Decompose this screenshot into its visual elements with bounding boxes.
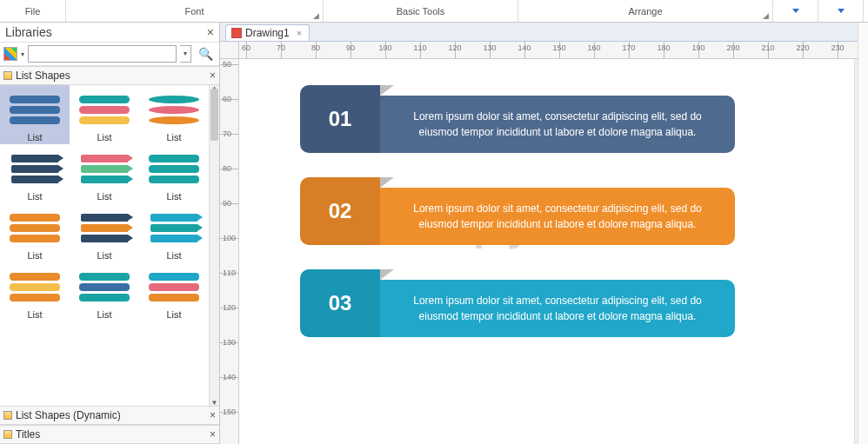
shape-thumbnail[interactable]: List [70, 203, 139, 262]
palette-icon[interactable] [3, 47, 17, 61]
shape-label: List [27, 132, 42, 142]
dialog-launcher-icon[interactable]: ◢ [313, 11, 319, 20]
document-area: Drawing1 × 60708090100110120130140150160… [220, 23, 868, 444]
close-icon[interactable]: × [207, 25, 214, 39]
libraries-header: Libraries × [0, 23, 219, 43]
right-panel-strip[interactable] [858, 23, 868, 444]
ribbon-label: Basic Tools [397, 6, 444, 17]
library-search-input[interactable] [28, 45, 177, 63]
shape-label: List [27, 250, 42, 261]
fold-shadow [380, 177, 394, 188]
category-list-shapes[interactable]: List Shapes × [0, 66, 219, 85]
list-number: 03 [300, 269, 380, 337]
canvas-list-shape[interactable]: 03Lorem ipsum dolor sit amet, consectetu… [300, 269, 735, 337]
shape-label: List [27, 309, 42, 320]
ruler-horizontal[interactable]: 6070809010011012013014015016017018019020… [239, 42, 868, 59]
list-body: Lorem ipsum dolor sit amet, consectetur … [380, 96, 735, 153]
shape-label: List [166, 132, 181, 142]
dialog-launcher-icon[interactable]: ◢ [763, 11, 769, 20]
ruler-vertical[interactable]: 5060708090100110120130140150 [220, 59, 239, 444]
shape-thumbnail[interactable]: List [0, 85, 70, 144]
shape-thumbnail[interactable]: List [70, 262, 139, 321]
chevron-down-icon [792, 9, 799, 13]
category-titles[interactable]: Titles × [0, 425, 219, 444]
category-icon [3, 430, 12, 439]
list-number: 01 [300, 85, 380, 153]
document-tab-bar: Drawing1 × [220, 23, 868, 42]
shape-label: List [166, 250, 181, 261]
document-icon [231, 28, 242, 38]
ribbon-label: File [25, 6, 41, 17]
list-number: 02 [300, 177, 380, 245]
shape-thumbnail[interactable]: List [139, 203, 209, 262]
search-dropdown[interactable]: ▾ [180, 45, 192, 63]
close-icon[interactable]: × [210, 70, 216, 82]
canvas-wrap: 6070809010011012013014015016017018019020… [220, 42, 868, 444]
shape-thumbnail[interactable]: List [0, 262, 70, 321]
canvas-list-shape[interactable]: 01Lorem ipsum dolor sit amet, consectetu… [300, 85, 735, 153]
list-body: Lorem ipsum dolor sit amet, consectetur … [380, 280, 735, 337]
library-scrollbar[interactable]: ▲ ▼ [209, 85, 219, 406]
fold-shadow [380, 85, 394, 96]
document-tab[interactable]: Drawing1 × [225, 24, 310, 41]
list-body: Lorem ipsum dolor sit amet, consectetur … [380, 188, 735, 245]
shape-thumbnail[interactable]: List [139, 85, 209, 144]
fold-shadow [380, 269, 394, 280]
category-list-shapes-dynamic[interactable]: List Shapes (Dynamic) × [0, 406, 219, 425]
ribbon-group-arrange[interactable]: Arrange◢ [518, 0, 773, 22]
category-icon [3, 411, 12, 420]
shape-label: List [97, 309, 111, 320]
shape-label: List [97, 132, 111, 142]
shape-thumbnail[interactable]: List [139, 262, 209, 321]
canvas[interactable]: Gxt网 01Lorem ipsum dolor sit amet, conse… [239, 59, 852, 444]
ribbon: File Font◢ Basic Tools Arrange◢ [0, 0, 868, 23]
category-label: List Shapes (Dynamic) [16, 409, 206, 421]
shape-label: List [27, 191, 42, 202]
shape-thumbnail[interactable]: List [0, 203, 70, 262]
shape-thumbnail[interactable]: List [0, 144, 70, 203]
close-icon[interactable]: × [210, 409, 216, 421]
category-icon [3, 71, 12, 80]
shape-label: List [166, 309, 181, 320]
ribbon-group-file[interactable]: File [0, 0, 66, 22]
shape-label: List [97, 250, 111, 261]
libraries-toolbar: ▾ ▾ 🔍 [0, 43, 219, 66]
shape-thumbnail[interactable]: List [70, 144, 139, 203]
canvas-list-shape[interactable]: 02Lorem ipsum dolor sit amet, consectetu… [300, 177, 735, 245]
ribbon-dropdown-1[interactable] [773, 0, 818, 22]
shape-thumbnail[interactable]: List [139, 144, 209, 203]
scroll-down-icon[interactable]: ▼ [210, 399, 219, 406]
ribbon-label: Arrange [628, 6, 662, 17]
ribbon-dropdown-2[interactable] [818, 0, 864, 22]
ribbon-group-font[interactable]: Font◢ [66, 0, 324, 22]
shape-label: List [166, 191, 181, 202]
category-label: List Shapes [16, 70, 206, 82]
libraries-title: Libraries [5, 25, 207, 39]
libraries-panel: Libraries × ▾ ▾ 🔍 List Shapes × ListList… [0, 23, 220, 444]
category-label: Titles [16, 428, 206, 441]
scrollbar-thumb[interactable] [210, 89, 218, 141]
ribbon-group-basic-tools[interactable]: Basic Tools [324, 0, 518, 22]
chevron-down-icon[interactable]: ▾ [21, 50, 24, 58]
document-tab-label: Drawing1 [245, 27, 290, 39]
shapes-grid: ListListListListListListListListListList… [0, 85, 209, 406]
close-icon[interactable]: × [297, 28, 302, 38]
search-icon[interactable]: 🔍 [195, 45, 216, 63]
shape-thumbnail[interactable]: List [70, 85, 139, 144]
close-icon[interactable]: × [210, 428, 216, 441]
shape-label: List [97, 191, 111, 202]
ruler-corner [220, 42, 239, 59]
chevron-down-icon [838, 9, 845, 13]
ribbon-label: Font [184, 6, 204, 17]
shapes-scroll: ListListListListListListListListListList… [0, 85, 219, 406]
